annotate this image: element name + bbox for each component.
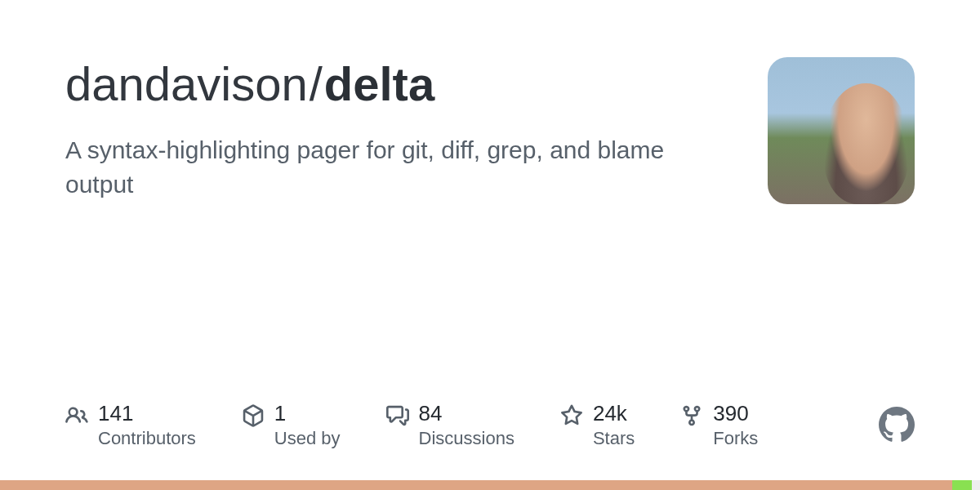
avatar[interactable] bbox=[768, 57, 915, 204]
repo-separator: / bbox=[310, 57, 323, 110]
repo-description: A syntax-highlighting pager for git, dif… bbox=[65, 133, 686, 202]
stat-value: 1 bbox=[274, 401, 341, 426]
stat-discussions[interactable]: 84 Discussions bbox=[386, 401, 514, 449]
stat-contributors[interactable]: 141 Contributors bbox=[65, 401, 196, 449]
repo-name[interactable]: delta bbox=[324, 57, 434, 110]
language-segment bbox=[972, 480, 980, 490]
language-bar bbox=[0, 480, 980, 490]
discussions-icon bbox=[386, 404, 409, 427]
language-segment bbox=[952, 480, 972, 490]
stat-value: 84 bbox=[419, 401, 514, 426]
stats-row: 141 Contributors 1 Used by 84 Discussion… bbox=[65, 401, 915, 449]
repo-title[interactable]: dandavison/delta bbox=[65, 57, 735, 112]
repo-card: dandavison/delta A syntax-highlighting p… bbox=[0, 0, 980, 204]
stat-usedby[interactable]: 1 Used by bbox=[242, 401, 341, 449]
stat-forks[interactable]: 390 Forks bbox=[680, 401, 758, 449]
stat-stars[interactable]: 24k Stars bbox=[560, 401, 635, 449]
stat-label: Discussions bbox=[419, 428, 514, 449]
stat-label: Stars bbox=[593, 428, 635, 449]
repo-owner[interactable]: dandavison bbox=[65, 57, 308, 110]
stat-label: Contributors bbox=[98, 428, 196, 449]
github-logo-icon[interactable] bbox=[879, 407, 915, 443]
stat-value: 141 bbox=[98, 401, 196, 426]
fork-icon bbox=[680, 404, 703, 427]
star-icon bbox=[560, 404, 583, 427]
stat-value: 24k bbox=[593, 401, 635, 426]
package-icon bbox=[242, 404, 265, 427]
stat-label: Used by bbox=[274, 428, 341, 449]
repo-main: dandavison/delta A syntax-highlighting p… bbox=[65, 57, 768, 202]
stat-label: Forks bbox=[713, 428, 758, 449]
language-segment bbox=[0, 480, 952, 490]
stat-value: 390 bbox=[713, 401, 758, 426]
people-icon bbox=[65, 404, 88, 427]
